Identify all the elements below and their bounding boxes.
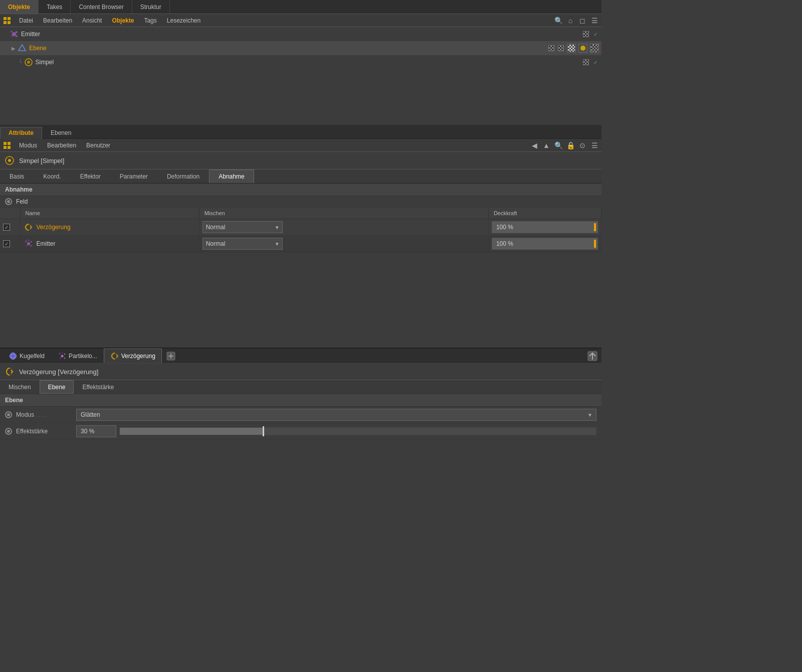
tab-takes[interactable]: Takes <box>39 0 71 14</box>
bottom-tab-bar: Kugelfeld Partikelо... <box>0 349 602 364</box>
top-tab-bar: Objekte Takes Content Browser Struktur <box>0 0 602 14</box>
frame-icon[interactable]: ◻ <box>577 16 587 26</box>
svg-rect-13 <box>8 142 11 145</box>
svg-rect-1 <box>8 17 11 20</box>
effektstaerke-radio[interactable] <box>5 428 12 435</box>
object-row-simpel[interactable]: └ Simpel ✓ <box>0 55 602 69</box>
ebene-ctrl-2[interactable] <box>557 44 565 52</box>
menu-icon[interactable]: ☰ <box>589 16 599 26</box>
row1-checkbox[interactable]: ✓ <box>3 224 10 231</box>
svg-point-27 <box>61 355 64 357</box>
row1-mischen-select[interactable]: Normal <box>203 221 283 233</box>
middle-empty-area <box>0 252 602 348</box>
sub-tab-abnahme[interactable]: Abnahme <box>209 170 254 183</box>
bottom-tab-verzoegerung[interactable]: Verzögerung <box>104 349 162 363</box>
sub-tab-deformation[interactable]: Deformation <box>157 170 209 183</box>
bottom-right-icon[interactable] <box>587 351 597 361</box>
menu-datei[interactable]: Datei <box>14 16 38 25</box>
modus-select[interactable]: Glätten Linear Weich <box>76 409 596 421</box>
effektstaerke-slider-fill <box>120 428 263 435</box>
menu-ansicht[interactable]: Ansicht <box>77 16 107 25</box>
effektstaerke-input[interactable] <box>76 425 116 437</box>
attr-bearbeiten[interactable]: Bearbeiten <box>42 141 81 150</box>
svg-point-20 <box>30 241 32 243</box>
modus-radio[interactable] <box>5 411 12 418</box>
menu-objekte[interactable]: Objekte <box>107 16 139 25</box>
verzoegerung-tab-icon <box>110 352 119 361</box>
object-row-emitter[interactable]: Emitter ✓ <box>0 27 602 41</box>
simpel-icon <box>24 57 34 67</box>
svg-point-23 <box>28 240 29 241</box>
menu-tags[interactable]: Tags <box>139 16 161 25</box>
ebene-tag-checker2[interactable] <box>590 44 599 53</box>
bottom-sub-tab-mischen[interactable]: Mischen <box>0 380 40 394</box>
attr-toolbar-right: ◀ ▲ 🔍 🔒 ⊙ ☰ <box>529 140 599 150</box>
svg-point-31 <box>64 357 66 359</box>
svg-point-11 <box>27 61 30 64</box>
bottom-sub-tab-effektstaerke[interactable]: Effektstärke <box>74 380 122 394</box>
attr-forward-icon[interactable]: ▲ <box>541 140 551 150</box>
bottom-tab-partikel[interactable]: Partikelо... <box>51 349 104 363</box>
tab-objekte[interactable]: Objekte <box>0 0 39 14</box>
row1-mischen-cell[interactable]: Normal ▼ <box>199 219 488 236</box>
col-mischen: Mischen <box>199 208 488 219</box>
simpel-ctrl-1[interactable] <box>582 58 590 66</box>
verzoegerung-tab-label: Verzögerung <box>121 353 155 360</box>
attr-modus[interactable]: Modus <box>14 141 42 150</box>
attr-lock-icon[interactable]: 🔒 <box>565 140 575 150</box>
ebene-ctrl-1[interactable] <box>547 44 555 52</box>
emitter-ctrl-1[interactable] <box>582 30 590 38</box>
bottom-object-title: Verzögerung [Verzögerung] <box>0 364 602 380</box>
tab-attribute[interactable]: Attribute <box>0 127 42 139</box>
attr-list-icon[interactable]: ☰ <box>589 140 599 150</box>
attr-target-icon[interactable]: ⊙ <box>577 140 587 150</box>
object-row-ebene[interactable]: ▶ Ebene <box>0 41 602 55</box>
add-tab-button[interactable] <box>164 349 178 363</box>
svg-point-32 <box>62 352 63 353</box>
svg-point-8 <box>16 35 18 37</box>
expand-ebene[interactable]: ▶ <box>10 45 17 52</box>
svg-rect-12 <box>4 142 7 145</box>
row1-name: Verzögerung <box>37 224 71 231</box>
attr-tabs: Attribute Ebenen <box>0 125 602 139</box>
menu-bearbeiten[interactable]: Bearbeiten <box>38 16 77 25</box>
row1-mischen-select-wrap: Normal ▼ <box>203 221 283 233</box>
tab-content-browser[interactable]: Content Browser <box>71 0 132 14</box>
row2-icon <box>24 239 34 249</box>
tab-struktur[interactable]: Struktur <box>132 0 170 14</box>
emitter-controls: ✓ <box>582 30 599 38</box>
svg-rect-2 <box>4 21 7 24</box>
sub-tab-parameter[interactable]: Parameter <box>110 170 157 183</box>
svg-point-6 <box>16 31 18 33</box>
sub-tab-basis[interactable]: Basis <box>0 170 34 183</box>
emitter-ctrl-2[interactable]: ✓ <box>591 30 599 38</box>
effektstaerke-label-text: Effektstärke <box>16 428 48 435</box>
sub-tab-effektor[interactable]: Effektor <box>71 170 110 183</box>
menu-lesezeichen[interactable]: Lesezeichen <box>162 16 206 25</box>
row2-mischen-select[interactable]: Normal <box>203 238 283 250</box>
sub-tab-koord[interactable]: Koord. <box>34 170 70 183</box>
object-panel-empty <box>0 69 602 119</box>
partikel-icon <box>58 352 67 361</box>
simpel-ctrl-2[interactable]: ✓ <box>591 58 599 66</box>
tab-ebenen[interactable]: Ebenen <box>42 127 80 139</box>
bottom-sub-tab-ebene[interactable]: Ebene <box>40 380 74 394</box>
bottom-tab-kugelfeld[interactable]: Kugelfeld <box>2 349 51 363</box>
modus-dots: .... <box>36 411 47 418</box>
feld-radio[interactable] <box>5 198 12 205</box>
ebene-section-header: Ebene <box>0 394 602 407</box>
row2-mischen-cell[interactable]: Normal ▼ <box>199 236 488 252</box>
attr-back-icon[interactable]: ◀ <box>529 140 539 150</box>
attr-search-icon[interactable]: 🔍 <box>553 140 563 150</box>
svg-point-7 <box>11 35 13 37</box>
effektstaerke-slider[interactable] <box>119 427 596 435</box>
row2-deckkraft-indicator <box>594 240 596 248</box>
feld-radio-inner <box>7 200 10 203</box>
search-icon[interactable]: 🔍 <box>553 16 563 26</box>
ebene-tag-dot[interactable] <box>578 44 587 53</box>
ebene-tag-checker[interactable] <box>567 44 576 53</box>
row1-check-cell: ✓ <box>0 219 20 236</box>
attr-benutzer[interactable]: Benutzer <box>81 141 115 150</box>
home-icon[interactable]: ⌂ <box>565 16 575 26</box>
row2-checkbox[interactable]: ✓ <box>3 240 10 247</box>
